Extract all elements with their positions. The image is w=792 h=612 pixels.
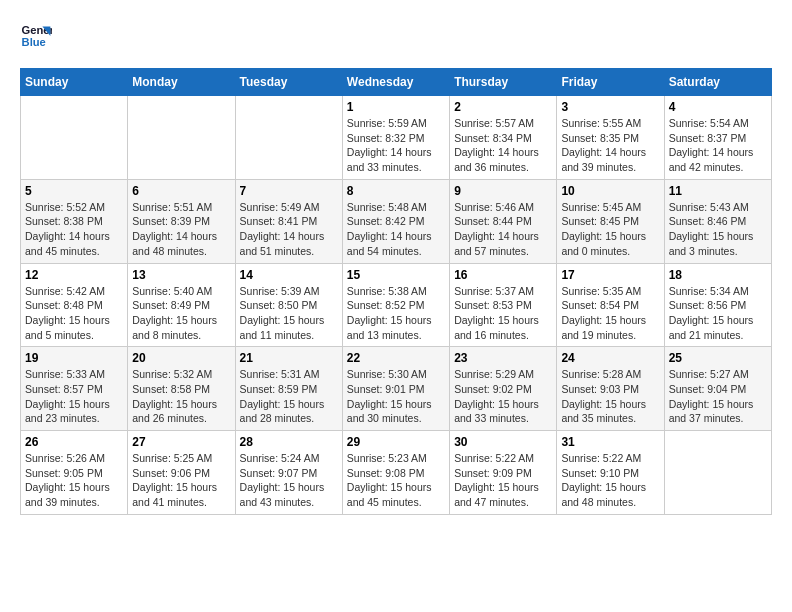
day-number: 12 <box>25 268 123 282</box>
day-info: Sunrise: 5:40 AM Sunset: 8:49 PM Dayligh… <box>132 284 230 343</box>
day-number: 23 <box>454 351 552 365</box>
day-info: Sunrise: 5:37 AM Sunset: 8:53 PM Dayligh… <box>454 284 552 343</box>
day-info: Sunrise: 5:25 AM Sunset: 9:06 PM Dayligh… <box>132 451 230 510</box>
calendar-cell: 30Sunrise: 5:22 AM Sunset: 9:09 PM Dayli… <box>450 431 557 515</box>
calendar-cell: 11Sunrise: 5:43 AM Sunset: 8:46 PM Dayli… <box>664 179 771 263</box>
calendar-week-row: 26Sunrise: 5:26 AM Sunset: 9:05 PM Dayli… <box>21 431 772 515</box>
day-number: 5 <box>25 184 123 198</box>
day-info: Sunrise: 5:52 AM Sunset: 8:38 PM Dayligh… <box>25 200 123 259</box>
calendar-cell: 26Sunrise: 5:26 AM Sunset: 9:05 PM Dayli… <box>21 431 128 515</box>
day-info: Sunrise: 5:27 AM Sunset: 9:04 PM Dayligh… <box>669 367 767 426</box>
day-info: Sunrise: 5:54 AM Sunset: 8:37 PM Dayligh… <box>669 116 767 175</box>
calendar-cell: 9Sunrise: 5:46 AM Sunset: 8:44 PM Daylig… <box>450 179 557 263</box>
weekday-header: Sunday <box>21 69 128 96</box>
logo-icon: General Blue <box>20 20 52 52</box>
day-number: 17 <box>561 268 659 282</box>
day-number: 10 <box>561 184 659 198</box>
day-number: 30 <box>454 435 552 449</box>
calendar-cell <box>21 96 128 180</box>
day-number: 22 <box>347 351 445 365</box>
day-info: Sunrise: 5:28 AM Sunset: 9:03 PM Dayligh… <box>561 367 659 426</box>
day-info: Sunrise: 5:35 AM Sunset: 8:54 PM Dayligh… <box>561 284 659 343</box>
calendar-cell: 8Sunrise: 5:48 AM Sunset: 8:42 PM Daylig… <box>342 179 449 263</box>
day-info: Sunrise: 5:33 AM Sunset: 8:57 PM Dayligh… <box>25 367 123 426</box>
day-number: 25 <box>669 351 767 365</box>
day-number: 7 <box>240 184 338 198</box>
day-info: Sunrise: 5:48 AM Sunset: 8:42 PM Dayligh… <box>347 200 445 259</box>
day-number: 24 <box>561 351 659 365</box>
calendar-cell: 28Sunrise: 5:24 AM Sunset: 9:07 PM Dayli… <box>235 431 342 515</box>
day-info: Sunrise: 5:39 AM Sunset: 8:50 PM Dayligh… <box>240 284 338 343</box>
day-number: 3 <box>561 100 659 114</box>
day-number: 20 <box>132 351 230 365</box>
calendar-week-row: 12Sunrise: 5:42 AM Sunset: 8:48 PM Dayli… <box>21 263 772 347</box>
calendar-cell: 13Sunrise: 5:40 AM Sunset: 8:49 PM Dayli… <box>128 263 235 347</box>
calendar-cell: 22Sunrise: 5:30 AM Sunset: 9:01 PM Dayli… <box>342 347 449 431</box>
calendar-cell: 25Sunrise: 5:27 AM Sunset: 9:04 PM Dayli… <box>664 347 771 431</box>
weekday-header: Wednesday <box>342 69 449 96</box>
calendar-cell: 6Sunrise: 5:51 AM Sunset: 8:39 PM Daylig… <box>128 179 235 263</box>
calendar-cell: 27Sunrise: 5:25 AM Sunset: 9:06 PM Dayli… <box>128 431 235 515</box>
day-info: Sunrise: 5:49 AM Sunset: 8:41 PM Dayligh… <box>240 200 338 259</box>
calendar-cell: 18Sunrise: 5:34 AM Sunset: 8:56 PM Dayli… <box>664 263 771 347</box>
calendar-cell: 19Sunrise: 5:33 AM Sunset: 8:57 PM Dayli… <box>21 347 128 431</box>
calendar-cell: 1Sunrise: 5:59 AM Sunset: 8:32 PM Daylig… <box>342 96 449 180</box>
day-info: Sunrise: 5:26 AM Sunset: 9:05 PM Dayligh… <box>25 451 123 510</box>
calendar-cell: 5Sunrise: 5:52 AM Sunset: 8:38 PM Daylig… <box>21 179 128 263</box>
day-info: Sunrise: 5:46 AM Sunset: 8:44 PM Dayligh… <box>454 200 552 259</box>
day-number: 9 <box>454 184 552 198</box>
day-info: Sunrise: 5:45 AM Sunset: 8:45 PM Dayligh… <box>561 200 659 259</box>
calendar-cell: 3Sunrise: 5:55 AM Sunset: 8:35 PM Daylig… <box>557 96 664 180</box>
calendar-cell: 2Sunrise: 5:57 AM Sunset: 8:34 PM Daylig… <box>450 96 557 180</box>
day-number: 21 <box>240 351 338 365</box>
day-info: Sunrise: 5:59 AM Sunset: 8:32 PM Dayligh… <box>347 116 445 175</box>
calendar-cell <box>235 96 342 180</box>
weekday-header: Saturday <box>664 69 771 96</box>
weekday-header: Thursday <box>450 69 557 96</box>
page-header: General Blue <box>20 20 772 52</box>
day-number: 27 <box>132 435 230 449</box>
day-info: Sunrise: 5:57 AM Sunset: 8:34 PM Dayligh… <box>454 116 552 175</box>
day-info: Sunrise: 5:22 AM Sunset: 9:09 PM Dayligh… <box>454 451 552 510</box>
weekday-header: Friday <box>557 69 664 96</box>
day-number: 18 <box>669 268 767 282</box>
day-number: 28 <box>240 435 338 449</box>
calendar-cell: 10Sunrise: 5:45 AM Sunset: 8:45 PM Dayli… <box>557 179 664 263</box>
calendar-cell <box>128 96 235 180</box>
day-number: 16 <box>454 268 552 282</box>
calendar-week-row: 1Sunrise: 5:59 AM Sunset: 8:32 PM Daylig… <box>21 96 772 180</box>
day-number: 29 <box>347 435 445 449</box>
calendar-cell: 21Sunrise: 5:31 AM Sunset: 8:59 PM Dayli… <box>235 347 342 431</box>
logo: General Blue <box>20 20 56 52</box>
day-info: Sunrise: 5:38 AM Sunset: 8:52 PM Dayligh… <box>347 284 445 343</box>
day-info: Sunrise: 5:31 AM Sunset: 8:59 PM Dayligh… <box>240 367 338 426</box>
calendar-cell: 20Sunrise: 5:32 AM Sunset: 8:58 PM Dayli… <box>128 347 235 431</box>
day-info: Sunrise: 5:23 AM Sunset: 9:08 PM Dayligh… <box>347 451 445 510</box>
calendar-week-row: 5Sunrise: 5:52 AM Sunset: 8:38 PM Daylig… <box>21 179 772 263</box>
calendar-cell: 12Sunrise: 5:42 AM Sunset: 8:48 PM Dayli… <box>21 263 128 347</box>
day-number: 8 <box>347 184 445 198</box>
weekday-header: Monday <box>128 69 235 96</box>
calendar-cell: 31Sunrise: 5:22 AM Sunset: 9:10 PM Dayli… <box>557 431 664 515</box>
day-info: Sunrise: 5:42 AM Sunset: 8:48 PM Dayligh… <box>25 284 123 343</box>
day-number: 19 <box>25 351 123 365</box>
day-number: 6 <box>132 184 230 198</box>
day-info: Sunrise: 5:51 AM Sunset: 8:39 PM Dayligh… <box>132 200 230 259</box>
day-number: 15 <box>347 268 445 282</box>
calendar-cell: 23Sunrise: 5:29 AM Sunset: 9:02 PM Dayli… <box>450 347 557 431</box>
day-info: Sunrise: 5:30 AM Sunset: 9:01 PM Dayligh… <box>347 367 445 426</box>
day-number: 31 <box>561 435 659 449</box>
calendar-cell <box>664 431 771 515</box>
day-info: Sunrise: 5:34 AM Sunset: 8:56 PM Dayligh… <box>669 284 767 343</box>
day-number: 14 <box>240 268 338 282</box>
day-number: 11 <box>669 184 767 198</box>
day-number: 26 <box>25 435 123 449</box>
day-number: 4 <box>669 100 767 114</box>
day-number: 13 <box>132 268 230 282</box>
svg-text:Blue: Blue <box>22 36 46 48</box>
day-number: 2 <box>454 100 552 114</box>
calendar-cell: 7Sunrise: 5:49 AM Sunset: 8:41 PM Daylig… <box>235 179 342 263</box>
calendar-cell: 24Sunrise: 5:28 AM Sunset: 9:03 PM Dayli… <box>557 347 664 431</box>
calendar-cell: 15Sunrise: 5:38 AM Sunset: 8:52 PM Dayli… <box>342 263 449 347</box>
day-info: Sunrise: 5:24 AM Sunset: 9:07 PM Dayligh… <box>240 451 338 510</box>
